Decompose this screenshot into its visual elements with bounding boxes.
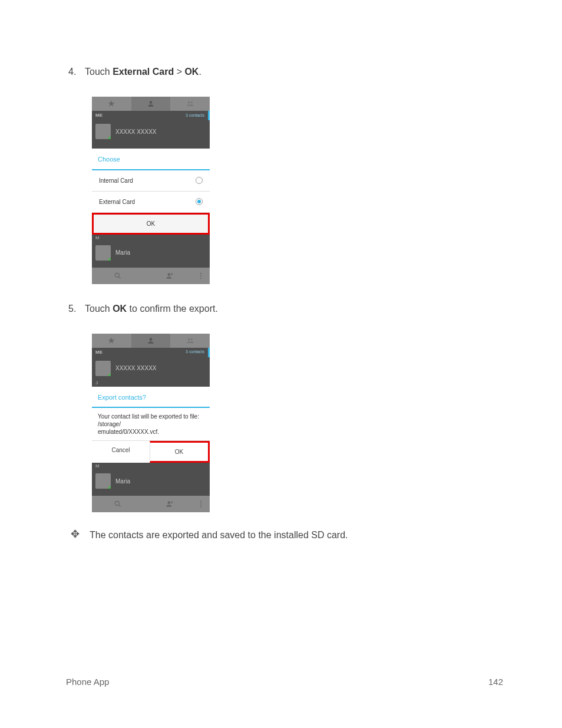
- svg-line-13: [119, 505, 121, 507]
- svg-point-16: [200, 503, 201, 505]
- phone-bottom-bar: [92, 268, 210, 284]
- result-line: The contacts are exported and saved to t…: [71, 530, 503, 541]
- svg-point-0: [150, 101, 153, 104]
- export-confirm-dialog: Export contacts? Your contact list will …: [92, 387, 210, 463]
- step-text-pre: Touch: [85, 67, 113, 77]
- groups-tab-icon[interactable]: [170, 334, 210, 348]
- overflow-menu-icon[interactable]: [196, 496, 210, 512]
- svg-point-12: [115, 501, 119, 505]
- phone-screenshot-2: ME 3 contacts XXXXX XXXXX J Export conta…: [92, 334, 210, 513]
- step-text-bold: OK: [113, 304, 127, 314]
- cancel-button[interactable]: Cancel: [92, 441, 150, 463]
- add-contact-icon[interactable]: [144, 268, 196, 284]
- step-text-pre: Touch: [85, 304, 113, 314]
- dialog-title: Export contacts?: [92, 387, 210, 407]
- result-bullet-icon: [71, 530, 81, 541]
- contacts-count: 3 contacts: [186, 349, 204, 355]
- step-5: 5. Touch OK to confirm the export. ME 3 …: [68, 302, 503, 513]
- avatar-icon: [95, 361, 111, 376]
- contact-name: XXXXX XXXXX: [115, 127, 156, 136]
- contact-row[interactable]: XXXXX XXXXX: [92, 120, 210, 143]
- step-4: 4. Touch External Card > OK. ME 3 contac…: [68, 65, 503, 284]
- phone-screenshot-1: ME 3 contacts XXXXX XXXXX Choose Interna…: [92, 97, 210, 284]
- avatar-icon: [95, 124, 111, 139]
- svg-point-11: [190, 338, 193, 340]
- result-text: The contacts are exported and saved to t…: [90, 530, 348, 541]
- svg-point-8: [200, 278, 201, 279]
- svg-line-4: [119, 276, 121, 278]
- dialog-buttons: Cancel OK: [92, 440, 210, 463]
- step-number: 5.: [68, 302, 85, 316]
- svg-point-6: [200, 272, 201, 274]
- svg-point-14: [168, 501, 171, 504]
- option-label: External Card: [99, 197, 135, 206]
- contact-row[interactable]: XXXXX XXXXX: [92, 357, 210, 380]
- contact-row[interactable]: Maria: [92, 242, 210, 264]
- search-icon[interactable]: [92, 496, 144, 512]
- groups-tab-icon[interactable]: [170, 97, 210, 111]
- external-card-option[interactable]: External Card: [92, 192, 210, 213]
- step-number: 4.: [68, 65, 85, 79]
- add-contact-icon[interactable]: [144, 496, 196, 512]
- radio-unchecked-icon[interactable]: [196, 177, 203, 184]
- svg-point-2: [190, 101, 193, 104]
- dialog-message: Your contact list will be exported to fi…: [92, 408, 210, 440]
- ok-button[interactable]: OK: [92, 213, 210, 235]
- contacts-tab-icon[interactable]: [131, 97, 171, 111]
- contacts-tab-icon[interactable]: [131, 334, 171, 348]
- svg-point-15: [200, 501, 201, 502]
- svg-point-9: [150, 338, 153, 341]
- phone-bottom-bar: [92, 496, 210, 512]
- radio-checked-icon[interactable]: [196, 198, 203, 205]
- me-header-row: ME 3 contacts: [92, 348, 210, 357]
- contacts-count: 3 contacts: [186, 113, 204, 119]
- step-text-post: to confirm the export.: [127, 304, 218, 314]
- contact-name: XXXXX XXXXX: [115, 364, 156, 373]
- svg-point-7: [200, 275, 201, 276]
- contact-name: Maria: [115, 248, 130, 257]
- internal-card-option[interactable]: Internal Card: [92, 170, 210, 192]
- footer-section: Phone App: [66, 677, 109, 687]
- page-footer: Phone App 142: [66, 677, 503, 687]
- star-tab-icon[interactable]: [92, 97, 131, 111]
- phone-top-tabs: [92, 334, 210, 348]
- step-text-mid: >: [174, 67, 184, 77]
- ok-button[interactable]: OK: [150, 441, 210, 463]
- section-letter: J: [92, 380, 210, 387]
- step-text: Touch External Card > OK.: [85, 65, 503, 79]
- contact-name: Maria: [115, 477, 130, 486]
- svg-point-10: [188, 338, 190, 340]
- dialog-title: Choose: [92, 149, 210, 169]
- step-text-post: .: [199, 67, 201, 77]
- contact-row[interactable]: Maria: [92, 470, 210, 492]
- svg-point-3: [115, 273, 119, 277]
- option-label: Internal Card: [99, 176, 133, 185]
- me-label: ME: [95, 349, 103, 356]
- phone-top-tabs: [92, 97, 210, 111]
- svg-point-5: [168, 273, 171, 276]
- search-icon[interactable]: [92, 268, 144, 284]
- star-tab-icon[interactable]: [92, 334, 131, 348]
- avatar-icon: [95, 473, 111, 489]
- steps-list: 4. Touch External Card > OK. ME 3 contac…: [68, 65, 503, 512]
- step-text-bold-2: OK: [184, 67, 199, 77]
- section-letter: M: [92, 463, 210, 470]
- footer-page-number: 142: [488, 677, 503, 687]
- svg-point-17: [200, 506, 201, 507]
- svg-point-1: [188, 101, 190, 104]
- document-page: 4. Touch External Card > OK. ME 3 contac…: [0, 0, 562, 541]
- section-letter: M: [92, 235, 210, 242]
- step-text-bold-1: External Card: [113, 67, 174, 77]
- avatar-icon: [95, 245, 111, 261]
- overflow-menu-icon[interactable]: [196, 268, 210, 284]
- step-text: Touch OK to confirm the export.: [85, 302, 503, 316]
- choose-dialog: Choose Internal Card External Card OK: [92, 149, 210, 235]
- me-header-row: ME 3 contacts: [92, 111, 210, 120]
- me-label: ME: [95, 112, 103, 119]
